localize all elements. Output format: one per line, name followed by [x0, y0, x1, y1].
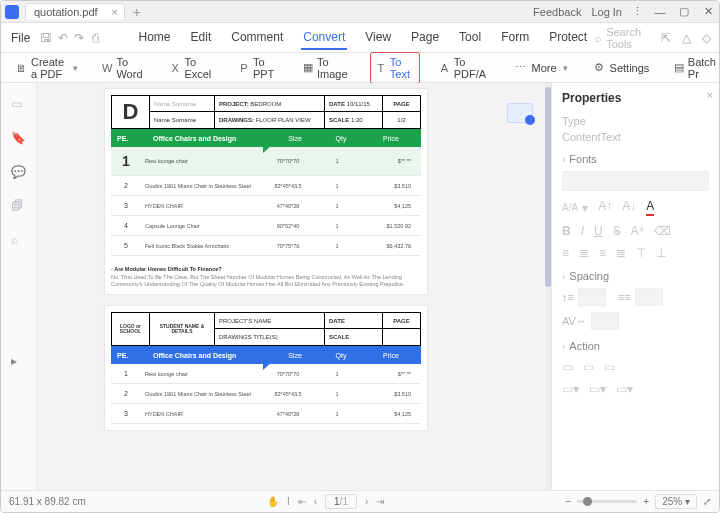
search-icon: ⌕ [595, 32, 602, 44]
chevron-down-icon: ▾ [563, 63, 568, 73]
superscript-icon[interactable]: Aᵃ [631, 224, 644, 238]
bold-icon[interactable]: B [562, 224, 571, 238]
to-image-button[interactable]: ▦ To Image [297, 53, 356, 83]
align-top-icon[interactable]: ⊤ [636, 246, 646, 260]
close-panel-icon[interactable]: × [707, 89, 713, 101]
type-value: ContentText [562, 131, 709, 143]
align-right-icon[interactable]: ≡ [599, 246, 606, 260]
underline-icon[interactable]: U [594, 224, 603, 238]
align-bottom-icon[interactable]: ⊥ [656, 246, 666, 260]
font-size-field[interactable]: A/A▾ [562, 199, 588, 216]
redo-icon[interactable]: ↷ [74, 30, 84, 46]
tab-form[interactable]: Form [499, 26, 531, 50]
strikethrough-icon[interactable]: S̶ [613, 224, 621, 238]
select-tool-icon[interactable]: I [287, 496, 290, 507]
decrease-font-icon[interactable]: A↓ [622, 199, 636, 216]
save-icon[interactable]: 🖫 [40, 30, 52, 46]
font-color-icon[interactable]: A [646, 199, 654, 216]
tab-tool[interactable]: Tool [457, 26, 483, 50]
to-excel-button[interactable]: X To Excel [165, 53, 220, 83]
new-tab-button[interactable]: + [133, 4, 141, 20]
faq-note: - Are Modular Homes Difficult To Finance… [111, 266, 421, 288]
last-page-icon[interactable]: ⇥ [376, 496, 384, 507]
kebab-menu-icon[interactable]: ⋮ [632, 5, 643, 18]
status-bar: 61.91 x 89.82 cm ✋ I ⇤ ‹ 1/1 › ⇥ − + 25%… [1, 490, 719, 512]
zoom-slider[interactable] [577, 500, 637, 503]
first-page-icon[interactable]: ⇤ [298, 496, 306, 507]
login-link[interactable]: Log In [591, 6, 622, 18]
zoom-out-icon[interactable]: − [566, 496, 572, 507]
feedback-link[interactable]: Feedback [533, 6, 581, 18]
to-pdfa-button[interactable]: A To PDF/A [434, 53, 494, 83]
file-menu[interactable]: File [7, 29, 34, 47]
align-left-icon[interactable]: ≡ [562, 246, 569, 260]
share-icon[interactable]: ⇱ [660, 30, 672, 46]
zoom-level[interactable]: 25% ▾ [655, 494, 697, 509]
table-row: 2Gtodini 1961 Miami Chair in Stainless S… [111, 176, 421, 196]
bookmarks-icon[interactable]: 🔖 [11, 131, 27, 147]
tab-home[interactable]: Home [137, 26, 173, 50]
tab-comment[interactable]: Comment [229, 26, 285, 50]
action2-icon[interactable]: ▭ [583, 360, 594, 374]
tab-edit[interactable]: Edit [189, 26, 214, 50]
menu-bar: File 🖫 ↶ ↷ ⎙ Home Edit Comment Convert V… [1, 23, 719, 53]
undo-icon[interactable]: ↶ [58, 30, 68, 46]
thumbnails-icon[interactable]: ▭ [11, 97, 27, 113]
action6-icon[interactable]: ▭▾ [616, 382, 633, 396]
action1-icon[interactable]: ▭ [562, 360, 573, 374]
print-icon[interactable]: ⎙ [90, 30, 100, 46]
font-family-select[interactable] [562, 171, 709, 191]
prev-page-icon[interactable]: ‹ [314, 496, 317, 507]
action3-icon[interactable]: ▭ [604, 360, 615, 374]
batch-icon: ▤ [673, 61, 684, 75]
action4-icon[interactable]: ▭▾ [562, 382, 579, 396]
more-icon[interactable]: ◇ [701, 30, 713, 46]
to-word-button[interactable]: W To Word [97, 53, 151, 83]
tab-convert[interactable]: Convert [301, 26, 347, 50]
logo-cell: D [112, 96, 150, 128]
document-tab[interactable]: quotation.pdf × [25, 3, 125, 20]
action5-icon[interactable]: ▭▾ [589, 382, 606, 396]
to-text-button[interactable]: T To Text [370, 52, 420, 84]
more-button[interactable]: ⋯ More ▾ [509, 58, 573, 78]
properties-title: Properties [562, 91, 709, 105]
document-canvas[interactable]: D Name Surname Name Surname PROJECT: BED… [37, 83, 495, 490]
cloud-icon[interactable]: △ [680, 30, 692, 46]
hand-tool-icon[interactable]: ✋ [267, 496, 279, 507]
clear-format-icon[interactable]: ⌫ [654, 224, 671, 238]
next-page-icon[interactable]: › [365, 496, 368, 507]
table-row: 2Gtodini 1961 Miami Chair in Stainless S… [111, 384, 421, 404]
attachments-icon[interactable]: 🗐 [11, 199, 27, 215]
minimize-icon[interactable]: — [653, 5, 667, 19]
zoom-in-icon[interactable]: + [643, 496, 649, 507]
batch-process-button[interactable]: ▤ Batch Pr [668, 53, 720, 83]
menu-tabs: Home Edit Comment Convert View Page Tool… [137, 26, 590, 50]
search-panel-icon[interactable]: ⌕ [11, 233, 27, 249]
align-justify-icon[interactable]: ≣ [616, 246, 626, 260]
convert-toolbar: 🗎 Create a PDF ▾ W To Word X To Excel P … [1, 53, 719, 83]
line-spacing-field[interactable]: ↕≡ [562, 288, 606, 306]
settings-button[interactable]: ⚙ Settings [587, 58, 655, 78]
tab-protect[interactable]: Protect [547, 26, 589, 50]
italic-icon[interactable]: I [581, 224, 584, 238]
page-number-field[interactable]: 1/1 [325, 494, 357, 509]
tab-page[interactable]: Page [409, 26, 441, 50]
page-thumbnail[interactable] [507, 103, 533, 123]
tab-close-icon[interactable]: × [111, 6, 117, 18]
fit-page-icon[interactable]: ⤢ [703, 496, 711, 507]
align-center-icon[interactable]: ≣ [579, 246, 589, 260]
tab-view[interactable]: View [363, 26, 393, 50]
comments-icon[interactable]: 💬 [11, 165, 27, 181]
create-pdf-button[interactable]: 🗎 Create a PDF ▾ [11, 53, 83, 83]
expand-rail-icon[interactable]: ▸ [11, 354, 27, 370]
to-ppt-button[interactable]: P To PPT [234, 53, 283, 83]
increase-font-icon[interactable]: A↑ [598, 199, 612, 216]
fonts-section: Fonts A/A▾ A↑ A↓ A B I U S̶ Aᵃ ⌫ ≡ ≣ ≡ ≣ [562, 153, 709, 260]
search-tools[interactable]: ⌕ Search Tools [595, 26, 652, 50]
main-area: ▭ 🔖 💬 🗐 ⌕ ▸ D Name Surname Name Surname … [1, 83, 719, 490]
maximize-icon[interactable]: ▢ [677, 5, 691, 19]
paragraph-spacing-field[interactable]: ≡≡ [618, 288, 663, 306]
character-spacing-field[interactable]: AV↔ [562, 312, 619, 330]
tab-filename: quotation.pdf [34, 6, 98, 18]
close-window-icon[interactable]: ✕ [701, 5, 715, 19]
